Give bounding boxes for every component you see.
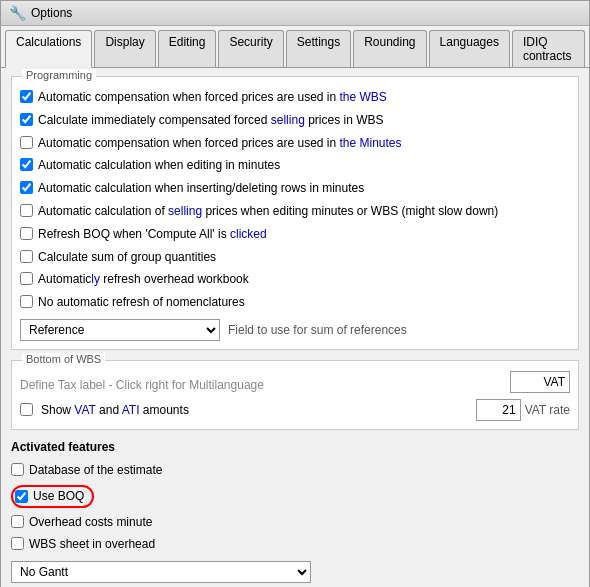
reference-dropdown[interactable]: Reference	[20, 319, 220, 341]
tab-idiq[interactable]: IDIQ contracts	[512, 30, 585, 67]
reference-hint: Field to use for sum of references	[228, 323, 407, 337]
cb-row-4: Automatic calculation when editing in mi…	[20, 155, 570, 176]
window-title: Options	[31, 6, 72, 20]
vat-rate-input[interactable]	[476, 399, 521, 421]
bottom-wbs-section: Bottom of WBS Define Tax label - Click r…	[11, 360, 579, 430]
cb3-label: Automatic compensation when forced price…	[38, 135, 402, 152]
act-row-1: Database of the estimate	[11, 460, 579, 481]
content-area: Programming Automatic compensation when …	[1, 68, 589, 587]
reference-row: Reference Field to use for sum of refere…	[20, 319, 570, 341]
tab-editing[interactable]: Editing	[158, 30, 217, 67]
show-vat-label: Show VAT and ATI amounts	[41, 402, 189, 419]
cb1-label: Automatic compensation when forced price…	[38, 89, 387, 106]
show-vat-checkbox[interactable]	[20, 403, 33, 416]
act1-label: Database of the estimate	[29, 462, 162, 479]
act-row-4: WBS sheet in overhead	[11, 534, 579, 555]
cb-row-2: Calculate immediately compensated forced…	[20, 110, 570, 131]
tab-calculations[interactable]: Calculations	[5, 30, 92, 68]
tab-rounding[interactable]: Rounding	[353, 30, 426, 67]
act2-checkbox[interactable]	[15, 490, 28, 503]
cb-row-5: Automatic calculation when inserting/del…	[20, 178, 570, 199]
act-row-3: Overhead costs minute	[11, 512, 579, 533]
cb-row-7: Refresh BOQ when 'Compute All' is clicke…	[20, 224, 570, 245]
act4-checkbox[interactable]	[11, 537, 24, 550]
cb4-label: Automatic calculation when editing in mi…	[38, 157, 280, 174]
cb-row-10: No automatic refresh of nomenclatures	[20, 292, 570, 313]
cb-row-1: Automatic compensation when forced price…	[20, 87, 570, 108]
cb-row-6: Automatic calculation of selling prices …	[20, 201, 570, 222]
act4-label: WBS sheet in overhead	[29, 536, 155, 553]
cb7[interactable]	[20, 227, 33, 240]
cb6[interactable]	[20, 204, 33, 217]
act1-checkbox[interactable]	[11, 463, 24, 476]
cb8-label: Calculate sum of group quantities	[38, 249, 216, 266]
cb10[interactable]	[20, 295, 33, 308]
bottom-wbs-label: Bottom of WBS	[22, 353, 105, 365]
cb4[interactable]	[20, 158, 33, 171]
cb10-label: No automatic refresh of nomenclatures	[38, 294, 245, 311]
cb2-label: Calculate immediately compensated forced…	[38, 112, 384, 129]
tab-settings[interactable]: Settings	[286, 30, 351, 67]
cb9-label: Automaticly refresh overhead workbook	[38, 271, 249, 288]
define-tax-label: Define Tax label - Click right for Multi…	[20, 378, 264, 392]
act3-label: Overhead costs minute	[29, 514, 152, 531]
act3-checkbox[interactable]	[11, 515, 24, 528]
act-row-2: Use BOQ	[11, 483, 579, 510]
cb7-label: Refresh BOQ when 'Compute All' is clicke…	[38, 226, 267, 243]
programming-section: Programming Automatic compensation when …	[11, 76, 579, 350]
cb1[interactable]	[20, 90, 33, 103]
tab-security[interactable]: Security	[218, 30, 283, 67]
cb9[interactable]	[20, 272, 33, 285]
cb-row-3: Automatic compensation when forced price…	[20, 133, 570, 154]
cb6-label: Automatic calculation of selling prices …	[38, 203, 498, 220]
tab-languages[interactable]: Languages	[429, 30, 510, 67]
cb5-label: Automatic calculation when inserting/del…	[38, 180, 364, 197]
cb2[interactable]	[20, 113, 33, 126]
cb-row-8: Calculate sum of group quantities	[20, 247, 570, 268]
vat-row: Show VAT and ATI amounts VAT rate	[20, 399, 570, 421]
cb3[interactable]	[20, 136, 33, 149]
gantt-dropdown[interactable]: No Gantt Basic Gantt Advanced Gantt	[11, 561, 311, 583]
options-window: 🔧 Options Calculations Display Editing S…	[0, 0, 590, 587]
title-bar: 🔧 Options	[1, 1, 589, 26]
gantt-row: No Gantt Basic Gantt Advanced Gantt	[11, 561, 579, 583]
activated-section: Activated features Database of the estim…	[11, 440, 579, 583]
window-icon: 🔧	[9, 5, 25, 21]
activated-title: Activated features	[11, 440, 579, 454]
cb5[interactable]	[20, 181, 33, 194]
vat-input[interactable]	[510, 371, 570, 393]
act2-label: Use BOQ	[33, 488, 84, 505]
programming-label: Programming	[22, 69, 96, 81]
vat-rate-label: VAT rate	[525, 403, 570, 417]
cb-row-9: Automaticly refresh overhead workbook	[20, 269, 570, 290]
tabs-container: Calculations Display Editing Security Se…	[1, 26, 589, 68]
cb8[interactable]	[20, 250, 33, 263]
tab-display[interactable]: Display	[94, 30, 155, 67]
boq-highlight: Use BOQ	[11, 485, 94, 508]
